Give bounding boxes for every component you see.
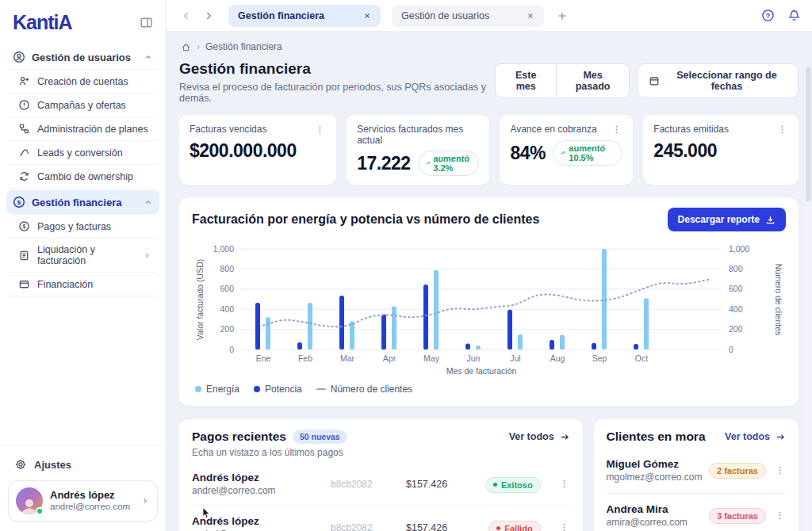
sidebar: KantiA Gestión de usuarios Creación de c… bbox=[0, 0, 167, 531]
home-icon[interactable] bbox=[181, 42, 191, 52]
new-tab-icon[interactable] bbox=[557, 10, 568, 21]
payment-row[interactable]: Andrés lópez andrel@correo.com b8cb2082 … bbox=[192, 463, 570, 506]
history-back-icon[interactable] bbox=[178, 7, 195, 25]
svg-text:800: 800 bbox=[220, 264, 234, 273]
sidebar-item-pagos-y-facturas[interactable]: $ Pagos y facturas bbox=[8, 214, 158, 238]
alert-circle-icon bbox=[18, 99, 30, 111]
payer-email: andrel@correo.com bbox=[192, 485, 331, 497]
vertical-scrollbar[interactable] bbox=[805, 64, 812, 531]
download-report-button[interactable]: Descargar reporte bbox=[668, 208, 786, 231]
breadcrumb-separator: › bbox=[197, 41, 200, 52]
app-root: KantiA Gestión de usuarios Creación de c… bbox=[0, 0, 812, 531]
user-email: andrel@correo.com bbox=[50, 502, 130, 513]
this-month-button[interactable]: Este mes bbox=[496, 64, 556, 97]
chevron-right-icon bbox=[140, 496, 150, 506]
sidebar-item-administracion-de-planes[interactable]: Administración de planes bbox=[8, 117, 158, 140]
brand-logo: KantiA bbox=[13, 11, 72, 34]
sidebar-item-financiacion[interactable]: Financiación bbox=[8, 272, 158, 296]
debtor-row[interactable]: Miguel Gómez mgolmez@correo.com 2 factur… bbox=[607, 449, 786, 494]
tab-label: Gestión de usuarios bbox=[401, 10, 489, 21]
kpi-value: 245.000 bbox=[653, 140, 717, 162]
arrow-right-icon bbox=[560, 432, 570, 442]
legend-item-numero-de-clientes[interactable]: Número de clientes bbox=[316, 384, 412, 395]
refresh-icon bbox=[18, 170, 30, 182]
tab-gestion-financiera[interactable]: Gestión financiera bbox=[228, 5, 381, 27]
date-range-button[interactable]: Seleccionar rango de fechas bbox=[638, 63, 799, 98]
debtors-panel: Clientes en mora Ver todos Miguel Gómez … bbox=[594, 419, 799, 531]
debtor-email: amira@correo.com bbox=[607, 517, 709, 529]
user-plus-icon bbox=[18, 75, 30, 87]
payment-reference: b8cb2082 bbox=[331, 522, 406, 531]
kebab-menu-icon[interactable] bbox=[611, 124, 622, 136]
svg-text:400: 400 bbox=[220, 304, 234, 314]
new-payments-badge: 50 nuevas bbox=[293, 430, 347, 444]
dollar-circle-icon: $ bbox=[13, 196, 25, 208]
main-area: Gestión financiera Gestión de usuarios ?… bbox=[167, 0, 812, 531]
tab-gestion-de-usuarios[interactable]: Gestión de usuarios bbox=[392, 5, 544, 27]
history-forward-icon[interactable] bbox=[200, 7, 217, 25]
svg-text:Sep: Sep bbox=[592, 353, 607, 363]
kpi-row: Facturas vencidas $200.000.000 Servicios… bbox=[179, 115, 799, 185]
sidebar-item-creacion-de-cuentas[interactable]: Creación de cuentas bbox=[8, 69, 158, 93]
user-circle-icon bbox=[13, 51, 25, 63]
breadcrumb: › Gestión financiera bbox=[179, 40, 799, 60]
sidebar-item-liquidacion-y-facturacion[interactable]: Liquidación y facturación bbox=[8, 238, 158, 272]
kebab-menu-icon[interactable] bbox=[558, 521, 570, 531]
sidebar-item-gestion-de-usuarios[interactable]: Gestión de usuarios bbox=[6, 45, 159, 69]
sidebar-item-label: Liquidación y facturación bbox=[37, 244, 136, 266]
status-badge: Fallido bbox=[488, 521, 540, 531]
legend-dot-energia bbox=[195, 386, 201, 392]
sidebar-collapse-icon[interactable] bbox=[140, 16, 153, 29]
recent-payments-panel: Pagos recientes 50 nuevas Echa un vistaz… bbox=[179, 419, 583, 531]
payments-subtitle: Echa un vistazo a los últimos pagos bbox=[192, 447, 347, 458]
close-icon[interactable] bbox=[362, 10, 373, 21]
last-month-button[interactable]: Mes pasado bbox=[556, 64, 629, 97]
help-icon[interactable]: ? bbox=[761, 9, 775, 22]
kebab-menu-icon[interactable] bbox=[776, 124, 788, 136]
sidebar-item-cambio-de-ownership[interactable]: Cambio de ownership bbox=[8, 164, 158, 188]
kpi-label: Facturas emitidas bbox=[653, 124, 729, 135]
debtor-row[interactable]: Andrea Mira amira@correo.com 3 facturas bbox=[607, 494, 786, 531]
payment-row[interactable]: Andrés lópez andrel@correo.com b8cb2082 … bbox=[192, 506, 570, 531]
invoice-count-badge: 3 facturas bbox=[709, 508, 766, 524]
kpi-card-facturas-emitidas: Facturas emitidas 245.000 bbox=[643, 115, 799, 185]
svg-text:200: 200 bbox=[729, 324, 743, 334]
kebab-menu-icon[interactable] bbox=[774, 464, 786, 476]
scrollbar-thumb[interactable] bbox=[806, 67, 811, 201]
debtor-email: mgolmez@correo.com bbox=[607, 472, 709, 483]
svg-text:600: 600 bbox=[729, 284, 743, 293]
close-icon[interactable] bbox=[525, 10, 536, 21]
chevron-right-icon bbox=[143, 251, 151, 260]
arrow-right-icon bbox=[776, 432, 786, 442]
period-segmented-control: Este mes Mes pasado bbox=[495, 63, 630, 98]
sidebar-item-leads-y-conversion[interactable]: Leads y conversión bbox=[8, 140, 158, 164]
svg-text:?: ? bbox=[766, 12, 771, 20]
sidebar-item-ajustes[interactable]: Ajustes bbox=[8, 453, 158, 480]
payments-view-all-link[interactable]: Ver todos bbox=[509, 431, 570, 442]
kebab-menu-icon[interactable] bbox=[774, 510, 786, 521]
legend-dot-potencia bbox=[254, 386, 260, 392]
bottom-panels: Pagos recientes 50 nuevas Echa un vistaz… bbox=[179, 419, 799, 531]
legend-dash-clientes bbox=[316, 388, 326, 390]
sidebar-item-label: Pagos y facturas bbox=[37, 221, 111, 232]
sidebar-item-label: Leads y conversión bbox=[37, 147, 123, 159]
svg-text:Oct: Oct bbox=[635, 353, 648, 363]
kebab-menu-icon[interactable] bbox=[314, 124, 326, 136]
breadcrumb-current[interactable]: Gestión financiera bbox=[205, 41, 282, 52]
legend-item-potencia[interactable]: Potencia bbox=[254, 384, 302, 395]
status-badge: Exitoso bbox=[485, 477, 541, 493]
legend-item-energia[interactable]: Energía bbox=[195, 384, 239, 395]
sidebar-item-campanas-y-ofertas[interactable]: Campañas y ofertas bbox=[8, 93, 158, 117]
debtors-view-all-link[interactable]: Ver todos bbox=[725, 431, 786, 442]
kebab-menu-icon[interactable] bbox=[558, 478, 570, 490]
sidebar-sublist-financiera: $ Pagos y facturas Liquidación y factura… bbox=[8, 214, 158, 296]
sidebar-item-gestion-financiera[interactable]: $ Gestión financiera bbox=[6, 190, 159, 214]
kpi-card-facturas-vencidas: Facturas vencidas $200.000.000 bbox=[179, 115, 336, 185]
svg-text:0: 0 bbox=[229, 345, 234, 354]
svg-text:Jul: Jul bbox=[510, 353, 520, 363]
bell-icon[interactable] bbox=[787, 9, 801, 22]
payment-amount: $157.426 bbox=[406, 479, 447, 490]
payment-amount: $157.426 bbox=[406, 522, 447, 531]
sidebar-item-label: Cambio de ownership bbox=[37, 171, 133, 182]
user-card[interactable]: Andrés lópez andrel@correo.com bbox=[8, 480, 158, 521]
